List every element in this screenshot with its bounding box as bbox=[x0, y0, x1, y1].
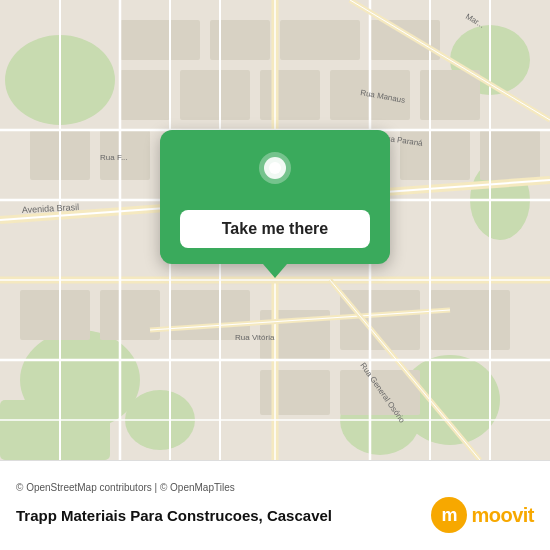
take-me-there-button[interactable]: Take me there bbox=[180, 210, 370, 248]
place-city-text: Cascavel bbox=[267, 507, 332, 524]
attribution-text: © OpenStreetMap contributors | © OpenMap… bbox=[16, 482, 534, 493]
svg-rect-8 bbox=[0, 400, 110, 460]
svg-rect-11 bbox=[280, 20, 360, 60]
moovit-text: moovit bbox=[471, 504, 534, 527]
svg-rect-13 bbox=[120, 70, 170, 120]
popup-card: Take me there bbox=[160, 130, 390, 264]
place-name-text: Trapp Materiais Para Construcoes, bbox=[16, 507, 263, 524]
footer: © OpenStreetMap contributors | © OpenMap… bbox=[0, 460, 550, 550]
moovit-logo: m moovit bbox=[431, 497, 534, 533]
svg-rect-14 bbox=[180, 70, 250, 120]
svg-rect-9 bbox=[120, 20, 200, 60]
svg-rect-27 bbox=[430, 290, 510, 350]
svg-rect-23 bbox=[100, 290, 160, 340]
place-name-row: Trapp Materiais Para Construcoes, Cascav… bbox=[16, 497, 534, 533]
map-container[interactable]: Avenida Brasil Rua F... Rua Manaus Rua P… bbox=[0, 0, 550, 460]
location-pin-icon bbox=[251, 150, 299, 198]
svg-rect-22 bbox=[20, 290, 90, 340]
svg-text:Rua Vitória: Rua Vitória bbox=[235, 333, 275, 342]
svg-rect-15 bbox=[260, 70, 320, 120]
moovit-icon: m bbox=[431, 497, 467, 533]
place-name: Trapp Materiais Para Construcoes, Cascav… bbox=[16, 507, 332, 524]
svg-point-62 bbox=[269, 162, 281, 174]
svg-rect-28 bbox=[260, 370, 330, 415]
svg-text:Rua F...: Rua F... bbox=[100, 153, 128, 162]
